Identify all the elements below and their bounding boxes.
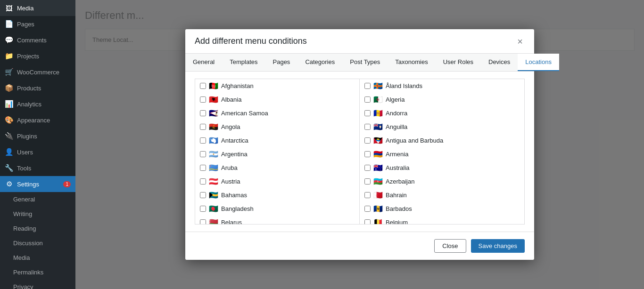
- country-checkbox[interactable]: [200, 151, 206, 157]
- country-grid[interactable]: 🇦🇫Afghanistan🇦🇽Åland Islands🇦🇱Albania🇩🇿A…: [195, 79, 525, 225]
- modal-header: Add different menu conditions ×: [185, 29, 534, 54]
- sidebar-item-tools[interactable]: 🔧 Tools: [0, 160, 75, 176]
- country-checkbox[interactable]: [364, 206, 371, 212]
- country-item[interactable]: 🇦🇫Afghanistan: [195, 79, 360, 93]
- modal-overlay: Add different menu conditions × General …: [75, 0, 644, 289]
- sidebar-item-settings[interactable]: ⚙ Settings 1: [0, 176, 75, 192]
- country-checkbox[interactable]: [364, 192, 371, 198]
- country-item[interactable]: 🇦🇿Azerbaijan: [360, 175, 524, 188]
- country-item[interactable]: 🇦🇲Armenia: [360, 147, 524, 161]
- country-checkbox[interactable]: [200, 83, 206, 89]
- main-content: Different m... Theme Locat... Add differ…: [75, 0, 644, 289]
- country-checkbox[interactable]: [364, 178, 371, 185]
- projects-icon: 📁: [5, 52, 13, 60]
- country-checkbox[interactable]: [200, 165, 206, 171]
- sidebar-item-products[interactable]: 📦 Products: [0, 80, 75, 96]
- sidebar-item-plugins[interactable]: 🔌 Plugins: [0, 128, 75, 144]
- country-checkbox[interactable]: [364, 96, 371, 103]
- save-changes-button[interactable]: Save changes: [471, 239, 525, 253]
- sidebar-item-projects[interactable]: 📁 Projects: [0, 48, 75, 64]
- country-item[interactable]: 🇦🇬Antigua and Barbuda: [360, 134, 524, 147]
- settings-icon: ⚙: [5, 180, 13, 188]
- country-item[interactable]: 🇦🇸American Samoa: [195, 106, 360, 120]
- country-item[interactable]: 🇧🇩Bangladesh: [195, 202, 360, 216]
- woocommerce-icon: 🛒: [5, 68, 13, 76]
- sidebar-item-users[interactable]: 👤 Users: [0, 144, 75, 160]
- tab-taxonomies[interactable]: Taxonomies: [388, 54, 435, 71]
- submenu-writing[interactable]: Writing: [0, 207, 75, 221]
- submenu-general[interactable]: General: [0, 192, 75, 207]
- tab-devices[interactable]: Devices: [481, 54, 518, 71]
- modal-tabs: General Templates Pages Categories Post …: [185, 54, 534, 72]
- modal-close-button[interactable]: ×: [515, 37, 525, 46]
- appearance-icon: 🎨: [5, 116, 13, 124]
- submenu-permalinks[interactable]: Permalinks: [0, 265, 75, 280]
- country-checkbox[interactable]: [200, 178, 206, 185]
- media-icon: 🖼: [5, 4, 13, 12]
- country-item[interactable]: 🇩🇿Algeria: [360, 93, 524, 106]
- country-checkbox[interactable]: [200, 96, 206, 103]
- tab-post-types[interactable]: Post Types: [342, 54, 388, 71]
- settings-submenu: General Writing Reading Discussion Media…: [0, 192, 75, 289]
- country-checkbox[interactable]: [364, 137, 371, 144]
- tab-user-roles[interactable]: User Roles: [436, 54, 481, 71]
- country-checkbox[interactable]: [364, 219, 371, 225]
- products-icon: 📦: [5, 84, 13, 92]
- sidebar-item-woocommerce[interactable]: 🛒 WooCommerce: [0, 64, 75, 80]
- country-item[interactable]: 🇧🇾Belarus: [195, 216, 360, 225]
- submenu-media[interactable]: Media: [0, 250, 75, 265]
- country-item[interactable]: 🇦🇱Albania: [195, 93, 360, 106]
- modal-body: 🇦🇫Afghanistan🇦🇽Åland Islands🇦🇱Albania🇩🇿A…: [185, 72, 534, 232]
- modal: Add different menu conditions × General …: [185, 29, 534, 260]
- country-checkbox[interactable]: [200, 137, 206, 144]
- sidebar: 🖼 Media 📄 Pages 💬 Comments 📁 Projects 🛒 …: [0, 0, 75, 289]
- sidebar-item-appearance[interactable]: 🎨 Appearance: [0, 112, 75, 128]
- modal-title: Add different menu conditions: [195, 36, 307, 46]
- country-checkbox[interactable]: [200, 124, 206, 130]
- tab-general[interactable]: General: [185, 54, 222, 71]
- tab-categories[interactable]: Categories: [297, 54, 342, 71]
- country-item[interactable]: 🇦🇹Austria: [195, 175, 360, 188]
- country-item[interactable]: 🇦🇺Australia: [360, 161, 524, 175]
- submenu-discussion[interactable]: Discussion: [0, 236, 75, 250]
- country-checkbox[interactable]: [364, 151, 371, 157]
- tools-icon: 🔧: [5, 164, 13, 172]
- country-item[interactable]: 🇧🇪Belgium: [360, 216, 524, 225]
- submenu-reading[interactable]: Reading: [0, 221, 75, 236]
- users-icon: 👤: [5, 148, 13, 156]
- country-checkbox[interactable]: [364, 110, 371, 116]
- country-item[interactable]: 🇦🇷Argentina: [195, 147, 360, 161]
- tab-locations[interactable]: Locations: [518, 54, 559, 71]
- country-checkbox[interactable]: [200, 206, 206, 212]
- country-item[interactable]: 🇦🇽Åland Islands: [360, 79, 524, 93]
- comments-icon: 💬: [5, 36, 13, 44]
- country-item[interactable]: 🇦🇶Antarctica: [195, 134, 360, 147]
- country-checkbox[interactable]: [364, 124, 371, 130]
- country-item[interactable]: 🇧🇭Bahrain: [360, 188, 524, 202]
- tab-templates[interactable]: Templates: [222, 54, 265, 71]
- analytics-icon: 📊: [5, 100, 13, 108]
- country-item[interactable]: 🇦🇩Andorra: [360, 106, 524, 120]
- plugins-icon: 🔌: [5, 132, 13, 140]
- country-checkbox[interactable]: [200, 192, 206, 198]
- settings-badge: 1: [63, 181, 71, 187]
- tab-pages[interactable]: Pages: [265, 54, 298, 71]
- country-item[interactable]: 🇦🇴Angola: [195, 120, 360, 134]
- close-button[interactable]: Close: [434, 239, 466, 253]
- country-checkbox[interactable]: [200, 219, 206, 225]
- country-item[interactable]: 🇦🇼Aruba: [195, 161, 360, 175]
- sidebar-item-pages[interactable]: 📄 Pages: [0, 16, 75, 32]
- country-item[interactable]: 🇦🇮Anguilla: [360, 120, 524, 134]
- country-checkbox[interactable]: [200, 110, 206, 116]
- sidebar-item-comments[interactable]: 💬 Comments: [0, 32, 75, 48]
- country-item[interactable]: 🇧🇧Barbados: [360, 202, 524, 216]
- pages-icon: 📄: [5, 20, 13, 28]
- sidebar-item-analytics[interactable]: 📊 Analytics: [0, 96, 75, 112]
- modal-footer: Close Save changes: [185, 232, 534, 260]
- country-checkbox[interactable]: [364, 165, 371, 171]
- country-item[interactable]: 🇧🇸Bahamas: [195, 188, 360, 202]
- submenu-privacy[interactable]: Privacy: [0, 280, 75, 289]
- country-checkbox[interactable]: [364, 83, 371, 89]
- sidebar-item-media[interactable]: 🖼 Media: [0, 0, 75, 16]
